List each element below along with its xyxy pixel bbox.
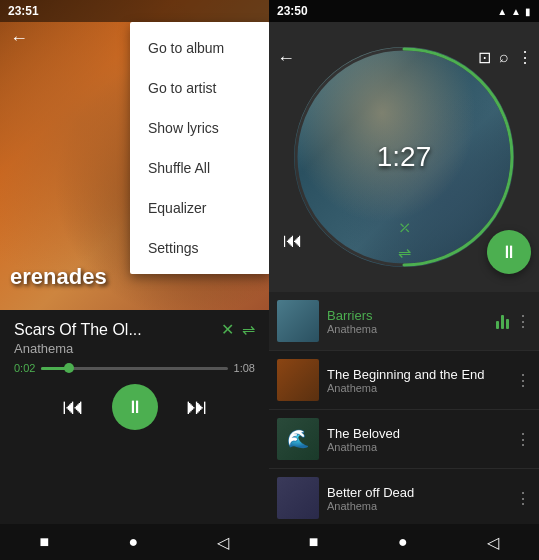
right-back-button[interactable]: ← [277,48,295,69]
circ-repeat-icon[interactable]: ⇌ [398,243,411,262]
nav-circle-icon[interactable]: ● [129,533,139,551]
track-item-better[interactable]: Better off Dead Anathema ⋮ [269,469,539,524]
track-name-barriers: Barriers [327,308,496,323]
track-artist-beginning: Anathema [327,382,515,394]
status-icons: ▲ ▲ ▮ [497,6,531,17]
track-thumb-beloved: 🌊 [277,418,319,460]
track-name-beloved: The Beloved [327,426,515,441]
track-thumb-better [277,477,319,519]
track-item-beginning[interactable]: The Beginning and the End Anathema ⋮ [269,351,539,410]
song-title: Scars Of The Ol... [14,321,142,339]
album-art-left: ← erenades Go to album Go to artist Show… [0,0,269,310]
progress-row: 0:02 1:08 [14,362,255,374]
shuffle-icon[interactable]: ✕ [221,320,234,339]
circular-player: 1:27 ← ⊡ ⌕ ⋮ ⏮ ⤫ ⇌ ⏭ ⏸ [269,22,539,292]
circle-time: 1:27 [377,141,432,173]
right-header-icons: ⊡ ⌕ ⋮ [478,48,533,67]
left-back-button[interactable]: ← [10,28,28,49]
search-icon[interactable]: ⌕ [499,48,509,67]
right-time: 23:50 [277,4,308,18]
song-artist: Anathema [14,341,255,356]
circ-shuffle-icon[interactable]: ⤫ [398,218,411,237]
more-options-icon[interactable]: ⋮ [517,48,533,67]
time-total: 1:08 [234,362,255,374]
right-nav-square-icon[interactable]: ■ [309,533,319,551]
progress-dot [64,363,74,373]
left-panel: 23:51 ← erenades Go to album Go to artis… [0,0,269,560]
track-info-beginning: The Beginning and the End Anathema [327,367,515,394]
menu-item-shuffle-all[interactable]: Shuffle All [130,148,269,188]
battery-icon: ▮ [525,6,531,17]
album-name: erenades [10,264,107,290]
track-right-barriers: ⋮ [496,312,531,331]
menu-item-equalizer[interactable]: Equalizer [130,188,269,228]
repeat-icon[interactable]: ⇌ [242,320,255,339]
track-right-beloved: ⋮ [515,430,531,449]
playback-controls: ⏮ ⏸ ⏭ [14,384,255,430]
time-current: 0:02 [14,362,35,374]
play-pause-button[interactable]: ⏸ [112,384,158,430]
menu-item-show-lyrics[interactable]: Show lyrics [130,108,269,148]
track-thumb-beginning [277,359,319,401]
nav-square-icon[interactable]: ■ [40,533,50,551]
controls-icons: ✕ ⇌ [221,320,255,339]
nav-triangle-icon[interactable]: ◁ [217,533,229,552]
track-more-barriers[interactable]: ⋮ [515,312,531,331]
wifi-icon: ▲ [497,6,507,17]
track-info-barriers: Barriers Anathema [327,308,496,335]
menu-item-go-album[interactable]: Go to album [130,28,269,68]
right-nav-bar: ■ ● ◁ [269,524,539,560]
eq-bars [496,313,509,329]
track-thumb-barriers [277,300,319,342]
track-info-beloved: The Beloved Anathema [327,426,515,453]
right-nav-triangle-icon[interactable]: ◁ [487,533,499,552]
eq-bar-2 [501,315,504,329]
left-status-bar: 23:51 [0,0,269,22]
prev-button[interactable]: ⏮ [62,394,84,420]
track-more-beginning[interactable]: ⋮ [515,371,531,390]
right-status-bar: 23:50 ▲ ▲ ▮ [269,0,539,22]
progress-bar[interactable] [41,367,227,370]
eq-bar-1 [496,321,499,329]
track-info-better: Better off Dead Anathema [327,485,515,512]
track-item-beloved[interactable]: 🌊 The Beloved Anathema ⋮ [269,410,539,469]
song-info-row: Scars Of The Ol... ✕ ⇌ [14,320,255,339]
track-artist-better: Anathema [327,500,515,512]
track-name-beginning: The Beginning and the End [327,367,515,382]
menu-item-settings[interactable]: Settings [130,228,269,268]
track-list: Barriers Anathema ⋮ The Beginning and th… [269,292,539,524]
right-panel: 23:50 ▲ ▲ ▮ 1:27 ← ⊡ ⌕ ⋮ ⏮ ⤫ [269,0,539,560]
right-nav-circle-icon[interactable]: ● [398,533,408,551]
signal-icon: ▲ [511,6,521,17]
next-button[interactable]: ⏭ [186,394,208,420]
cast-icon[interactable]: ⊡ [478,48,491,67]
track-right-beginning: ⋮ [515,371,531,390]
float-pause-button[interactable]: ⏸ [487,230,531,274]
track-right-better: ⋮ [515,489,531,508]
left-nav-bar: ■ ● ◁ [0,524,269,560]
track-artist-beloved: Anathema [327,441,515,453]
track-more-better[interactable]: ⋮ [515,489,531,508]
track-artist-barriers: Anathema [327,323,496,335]
circ-prev-button[interactable]: ⏮ [283,229,303,252]
eq-bar-3 [506,319,509,329]
player-bottom: Scars Of The Ol... ✕ ⇌ Anathema 0:02 1:0… [0,310,269,524]
track-item-barriers[interactable]: Barriers Anathema ⋮ [269,292,539,351]
left-time: 23:51 [8,4,39,18]
context-menu: Go to album Go to artist Show lyrics Shu… [130,22,269,274]
track-name-better: Better off Dead [327,485,515,500]
menu-item-go-artist[interactable]: Go to artist [130,68,269,108]
track-more-beloved[interactable]: ⋮ [515,430,531,449]
